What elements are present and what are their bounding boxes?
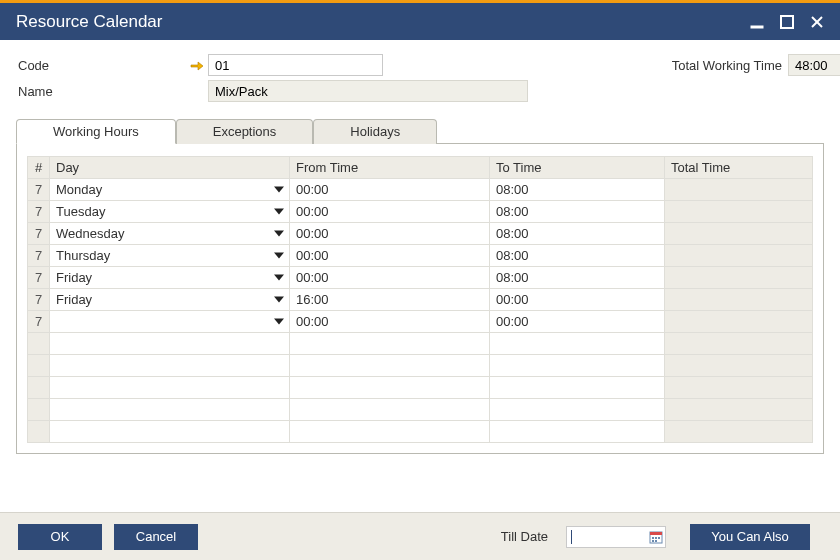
to-cell[interactable]: 08:00 bbox=[490, 245, 665, 267]
table-row[interactable]: 7Friday00:0008:00 bbox=[28, 267, 813, 289]
table-row[interactable]: 7Wednesday00:0008:00 bbox=[28, 223, 813, 245]
row-header[interactable]: 7 bbox=[28, 245, 50, 267]
maximize-button[interactable] bbox=[776, 11, 798, 33]
total-cell bbox=[665, 201, 813, 223]
from-cell[interactable] bbox=[290, 355, 490, 377]
row-header[interactable] bbox=[28, 377, 50, 399]
total-cell bbox=[665, 399, 813, 421]
from-cell[interactable]: 00:00 bbox=[290, 223, 490, 245]
table-row[interactable]: 7Monday00:0008:00 bbox=[28, 179, 813, 201]
from-cell[interactable]: 00:00 bbox=[290, 311, 490, 333]
calendar-button[interactable] bbox=[647, 530, 665, 544]
chevron-down-icon[interactable] bbox=[273, 206, 285, 216]
table-row[interactable]: 7Friday16:0000:00 bbox=[28, 289, 813, 311]
total-cell bbox=[665, 245, 813, 267]
calendar-icon bbox=[649, 530, 663, 544]
day-cell[interactable] bbox=[50, 399, 290, 421]
chevron-down-icon[interactable] bbox=[273, 250, 285, 260]
day-cell[interactable]: Friday bbox=[50, 267, 290, 289]
from-cell[interactable]: 00:00 bbox=[290, 179, 490, 201]
to-cell[interactable]: 08:00 bbox=[490, 267, 665, 289]
to-cell[interactable] bbox=[490, 399, 665, 421]
working-hours-grid[interactable]: # Day From Time To Time Total Time 7Mond… bbox=[27, 156, 813, 443]
day-cell[interactable]: Wednesday bbox=[50, 223, 290, 245]
row-header[interactable]: 7 bbox=[28, 179, 50, 201]
name-input bbox=[208, 80, 528, 102]
from-cell[interactable]: 00:00 bbox=[290, 201, 490, 223]
from-cell[interactable]: 16:00 bbox=[290, 289, 490, 311]
total-cell bbox=[665, 267, 813, 289]
row-header[interactable]: 7 bbox=[28, 223, 50, 245]
to-cell[interactable]: 08:00 bbox=[490, 223, 665, 245]
table-row[interactable] bbox=[28, 377, 813, 399]
col-total[interactable]: Total Time bbox=[665, 157, 813, 179]
from-cell[interactable]: 00:00 bbox=[290, 267, 490, 289]
tab-holidays[interactable]: Holidays bbox=[313, 119, 437, 144]
chevron-down-icon[interactable] bbox=[273, 316, 285, 326]
row-header[interactable]: 7 bbox=[28, 311, 50, 333]
table-row[interactable]: 700:0000:00 bbox=[28, 311, 813, 333]
chevron-down-icon[interactable] bbox=[273, 228, 285, 238]
to-cell[interactable] bbox=[490, 421, 665, 443]
to-cell[interactable]: 08:00 bbox=[490, 201, 665, 223]
till-date-input[interactable] bbox=[566, 526, 666, 548]
row-header[interactable] bbox=[28, 399, 50, 421]
day-cell[interactable] bbox=[50, 377, 290, 399]
chevron-down-icon[interactable] bbox=[273, 184, 285, 194]
total-cell bbox=[665, 377, 813, 399]
chevron-down-icon[interactable] bbox=[273, 294, 285, 304]
svg-rect-10 bbox=[655, 540, 657, 542]
col-num: # bbox=[28, 157, 50, 179]
row-header[interactable]: 7 bbox=[28, 289, 50, 311]
table-row[interactable]: 7Tuesday00:0008:00 bbox=[28, 201, 813, 223]
you-can-also-button[interactable]: You Can Also bbox=[690, 524, 810, 550]
to-cell[interactable] bbox=[490, 355, 665, 377]
row-header[interactable]: 7 bbox=[28, 201, 50, 223]
from-cell[interactable] bbox=[290, 377, 490, 399]
code-link-arrow[interactable] bbox=[178, 58, 208, 73]
day-cell[interactable] bbox=[50, 311, 290, 333]
to-cell[interactable] bbox=[490, 333, 665, 355]
tab-working-hours[interactable]: Working Hours bbox=[16, 119, 176, 144]
svg-rect-8 bbox=[658, 537, 660, 539]
table-row[interactable]: 7Thursday00:0008:00 bbox=[28, 245, 813, 267]
day-cell[interactable]: Tuesday bbox=[50, 201, 290, 223]
window-title: Resource Calendar bbox=[16, 12, 746, 32]
day-cell[interactable]: Friday bbox=[50, 289, 290, 311]
day-cell[interactable]: Thursday bbox=[50, 245, 290, 267]
table-row[interactable] bbox=[28, 421, 813, 443]
tab-body: # Day From Time To Time Total Time 7Mond… bbox=[16, 143, 824, 454]
table-row[interactable] bbox=[28, 333, 813, 355]
row-header[interactable] bbox=[28, 421, 50, 443]
from-cell[interactable]: 00:00 bbox=[290, 245, 490, 267]
from-cell[interactable] bbox=[290, 421, 490, 443]
svg-rect-9 bbox=[652, 540, 654, 542]
table-row[interactable] bbox=[28, 399, 813, 421]
col-to[interactable]: To Time bbox=[490, 157, 665, 179]
to-cell[interactable] bbox=[490, 377, 665, 399]
code-input[interactable] bbox=[208, 54, 383, 76]
close-button[interactable] bbox=[806, 11, 828, 33]
row-header[interactable]: 7 bbox=[28, 267, 50, 289]
minimize-button[interactable] bbox=[746, 11, 768, 33]
text-cursor bbox=[571, 530, 572, 544]
to-cell[interactable]: 00:00 bbox=[490, 289, 665, 311]
to-cell[interactable]: 00:00 bbox=[490, 311, 665, 333]
to-cell[interactable]: 08:00 bbox=[490, 179, 665, 201]
row-header[interactable] bbox=[28, 355, 50, 377]
day-cell[interactable]: Monday bbox=[50, 179, 290, 201]
day-cell[interactable] bbox=[50, 421, 290, 443]
day-cell[interactable] bbox=[50, 333, 290, 355]
tab-exceptions[interactable]: Exceptions bbox=[176, 119, 314, 144]
col-from[interactable]: From Time bbox=[290, 157, 490, 179]
from-cell[interactable] bbox=[290, 399, 490, 421]
table-row[interactable] bbox=[28, 355, 813, 377]
chevron-down-icon[interactable] bbox=[273, 272, 285, 282]
day-cell[interactable] bbox=[50, 355, 290, 377]
col-day[interactable]: Day bbox=[50, 157, 290, 179]
cancel-button[interactable]: Cancel bbox=[114, 524, 198, 550]
row-header[interactable] bbox=[28, 333, 50, 355]
svg-rect-0 bbox=[751, 26, 763, 28]
from-cell[interactable] bbox=[290, 333, 490, 355]
ok-button[interactable]: OK bbox=[18, 524, 102, 550]
